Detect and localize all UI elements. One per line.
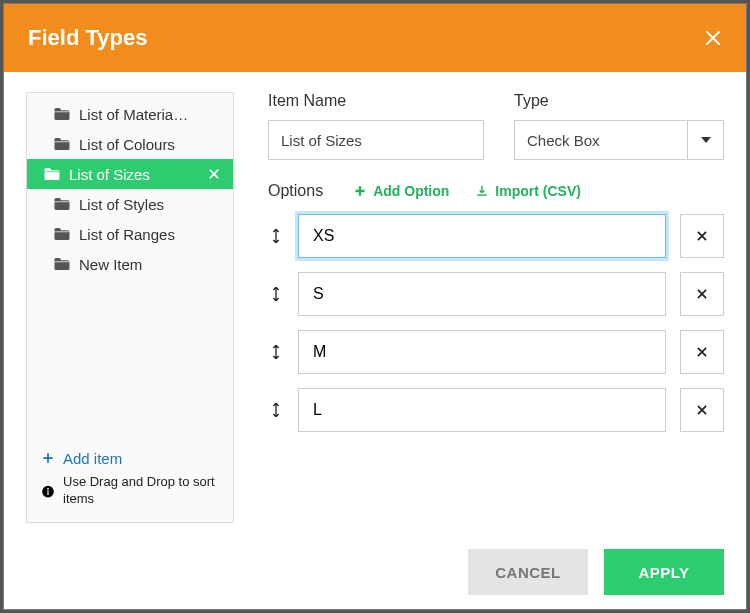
sidebar-hint: Use Drag and Drop to sort items [41, 473, 219, 508]
option-input[interactable] [298, 214, 666, 258]
sidebar-item[interactable]: List of Ranges [27, 219, 233, 249]
type-select-value: Check Box [514, 120, 688, 160]
delete-option-button[interactable] [680, 330, 724, 374]
folder-icon [53, 255, 71, 273]
plus-icon [41, 451, 55, 465]
item-name-label: Item Name [268, 92, 484, 110]
add-option-button[interactable]: Add Option [353, 183, 449, 199]
main-panel: Item Name Type Check Box Options [268, 92, 724, 523]
sidebar-item-remove[interactable] [207, 167, 221, 181]
hint-text: Use Drag and Drop to sort items [63, 473, 219, 508]
option-input[interactable] [298, 272, 666, 316]
close-icon [695, 287, 709, 301]
add-item-button[interactable]: Add item [41, 450, 219, 467]
option-row [268, 272, 724, 316]
modal-header: Field Types [4, 4, 746, 72]
folder-icon [53, 105, 71, 123]
close-icon [695, 345, 709, 359]
type-label: Type [514, 92, 724, 110]
apply-button[interactable]: Apply [604, 549, 724, 595]
delete-option-button[interactable] [680, 388, 724, 432]
delete-option-button[interactable] [680, 272, 724, 316]
option-row [268, 388, 724, 432]
drag-handle[interactable] [268, 344, 284, 360]
drag-handle[interactable] [268, 286, 284, 302]
option-input[interactable] [298, 388, 666, 432]
sidebar-item-label: List of Materia… [79, 106, 188, 123]
folder-icon [53, 225, 71, 243]
import-icon [475, 184, 489, 198]
add-option-label: Add Option [373, 183, 449, 199]
close-icon [704, 29, 722, 47]
drag-handle[interactable] [268, 228, 284, 244]
sidebar-footer: Add item Use Drag and Drop to sort items [27, 444, 233, 510]
folder-icon [53, 135, 71, 153]
item-name-input[interactable] [268, 120, 484, 160]
sidebar-item-label: List of Ranges [79, 226, 175, 243]
svg-rect-1 [47, 490, 48, 495]
info-icon [41, 475, 55, 508]
sidebar: List of Materia…List of ColoursList of S… [26, 92, 234, 523]
options-list [268, 214, 724, 432]
add-item-label: Add item [63, 450, 122, 467]
option-row [268, 330, 724, 374]
sidebar-item-label: List of Sizes [69, 166, 150, 183]
import-csv-button[interactable]: Import (CSV) [475, 183, 581, 199]
type-select-toggle[interactable] [688, 120, 724, 160]
cancel-button[interactable]: Cancel [468, 549, 588, 595]
close-icon [695, 403, 709, 417]
options-label: Options [268, 182, 323, 200]
sidebar-item-label: List of Colours [79, 136, 175, 153]
modal-body: List of Materia…List of ColoursList of S… [4, 72, 746, 535]
item-name-field: Item Name [268, 92, 484, 160]
sidebar-item-label: New Item [79, 256, 142, 273]
field-types-modal: Field Types List of Materia…List of Colo… [3, 3, 747, 610]
sidebar-item[interactable]: List of Materia… [27, 99, 233, 129]
delete-option-button[interactable] [680, 214, 724, 258]
sidebar-item[interactable]: New Item [27, 249, 233, 279]
sidebar-item[interactable]: List of Sizes [27, 159, 233, 189]
sidebar-item[interactable]: List of Colours [27, 129, 233, 159]
options-header: Options Add Option Import (CSV) [268, 182, 724, 200]
import-csv-label: Import (CSV) [495, 183, 581, 199]
modal-title: Field Types [28, 25, 147, 51]
type-field: Type Check Box [514, 92, 724, 160]
sidebar-item-label: List of Styles [79, 196, 164, 213]
drag-handle[interactable] [268, 402, 284, 418]
folder-icon [53, 195, 71, 213]
plus-icon [353, 184, 367, 198]
sidebar-list: List of Materia…List of ColoursList of S… [27, 99, 233, 444]
close-icon [695, 229, 709, 243]
sidebar-item[interactable]: List of Styles [27, 189, 233, 219]
modal-footer: Cancel Apply [4, 535, 746, 609]
option-input[interactable] [298, 330, 666, 374]
modal-close-button[interactable] [704, 29, 722, 47]
type-select[interactable]: Check Box [514, 120, 724, 160]
form-row: Item Name Type Check Box [268, 92, 724, 160]
svg-point-2 [47, 488, 49, 490]
option-row [268, 214, 724, 258]
chevron-down-icon [701, 137, 711, 143]
folder-open-icon [43, 165, 61, 183]
